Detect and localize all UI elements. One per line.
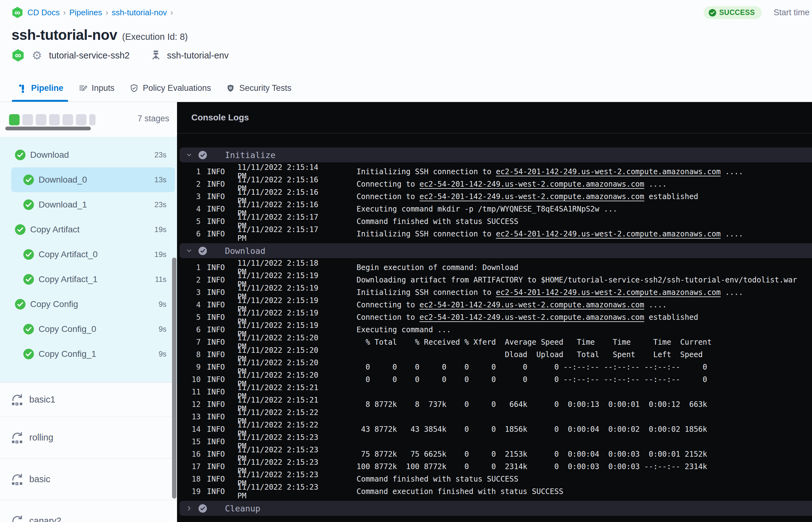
vertical-scrollbar[interactable] [172, 258, 177, 499]
stage-label: Copy Config_1 [39, 349, 96, 359]
sidebar-item-basic1[interactable]: basic1 [0, 383, 177, 417]
section-title: Cleanup [225, 504, 260, 513]
check-circle-icon [23, 249, 34, 260]
stage-row-copy-artifact_0[interactable]: Copy Artifact_019s [11, 242, 175, 267]
log-link[interactable]: ec2-54-201-142-249.us-west-2.compute.ama… [496, 167, 720, 176]
log-line-number: 18 [185, 475, 201, 483]
stage-row-download_1[interactable]: Download_123s [11, 192, 175, 217]
log-message: 43 8772k 43 3854k 0 0 1856k 0 0:00:04 0:… [357, 425, 707, 434]
shield-icon [226, 84, 235, 93]
breadcrumb-item[interactable]: ssh-tutorial-nov [112, 8, 167, 17]
log-section-header-cleanup[interactable]: Cleanup [180, 501, 812, 516]
log-link[interactable]: ec2-54-201-142-249.us-west-2.compute.ama… [419, 192, 644, 201]
stage-duration: 23s [154, 200, 166, 209]
stage-label: Copy Config [30, 299, 78, 309]
stage-duration: 13s [154, 176, 166, 184]
log-line-number: 2 [185, 276, 201, 284]
log-line: 19INFO11/11/2022 2:15:23 PMCommand execu… [177, 485, 812, 498]
stage-duration: 19s [154, 250, 166, 259]
environment-name[interactable]: ssh-tutorial-env [167, 51, 229, 61]
stage-progress-minimap: 7 stages [0, 102, 177, 137]
other-stages-list: basic1rollingbasiccanary2 [0, 382, 177, 522]
stage-row-copy-config[interactable]: Copy Config9s [11, 292, 175, 317]
stage-duration: 19s [154, 225, 166, 234]
tab-security-tests[interactable]: Security Tests [226, 75, 291, 102]
progress-square [49, 114, 60, 125]
log-line-number: 3 [185, 288, 201, 297]
stage-duration: 23s [154, 150, 166, 159]
log-level: INFO [207, 388, 226, 396]
log-link[interactable]: ec2-54-201-142-249.us-west-2.compute.ama… [419, 313, 644, 322]
log-link[interactable]: ec2-54-201-142-249.us-west-2.compute.ama… [496, 288, 720, 297]
stage-label: canary2 [29, 516, 61, 522]
chevron-down-icon[interactable] [186, 248, 192, 254]
breadcrumb: ∞ CD Docs›Pipelines›ssh-tutorial-nov› [12, 7, 173, 18]
log-line: 6INFO11/11/2022 2:15:17 PMInitializing S… [177, 228, 812, 240]
sidebar-item-canary2[interactable]: canary2 [0, 500, 177, 522]
chevron-down-icon[interactable] [186, 152, 192, 158]
log-message: Dload Upload Total Spent Left Speed [357, 350, 703, 359]
log-level: INFO [207, 167, 226, 176]
log-level: INFO [207, 276, 226, 284]
breadcrumb-item[interactable]: CD Docs [27, 8, 60, 17]
progress-square [63, 114, 73, 125]
log-link[interactable]: ec2-54-201-142-249.us-west-2.compute.ama… [419, 180, 644, 188]
log-line-number: 5 [185, 313, 201, 322]
log-level: INFO [207, 180, 226, 188]
tab-policy-evaluations[interactable]: Policy Evaluations [129, 75, 211, 102]
log-link[interactable]: ec2-54-201-142-249.us-west-2.compute.ama… [419, 301, 644, 309]
log-section-header-initialize[interactable]: Initialize [180, 147, 812, 162]
breadcrumb-separator: › [105, 8, 108, 17]
log-line-number: 6 [185, 325, 201, 334]
stage-row-copy-artifact[interactable]: Copy Artifact19s [11, 217, 175, 242]
log-message: 100 8772k 100 8772k 0 0 2314k 0 0:00:03 … [357, 462, 707, 471]
rolling-deploy-icon [10, 431, 24, 444]
harness-cd-icon: ∞ [12, 49, 24, 62]
console-panel: Console Logs Initialize1INFO11/11/2022 2… [177, 102, 812, 522]
sidebar-item-basic[interactable]: basic [0, 459, 177, 500]
rolling-deploy-icon [10, 514, 24, 522]
section-status-check-icon [199, 504, 207, 513]
log-level: INFO [207, 350, 226, 359]
log-message: Command finished with status SUCCESS [357, 217, 518, 226]
log-level: INFO [207, 363, 226, 372]
log-link[interactable]: ec2-54-201-142-249.us-west-2.compute.ama… [496, 229, 720, 238]
chevron-right-icon[interactable] [186, 505, 192, 511]
section-title: Download [225, 246, 265, 256]
sidebar-item-rolling[interactable]: rolling [0, 417, 177, 459]
console-title: Console Logs [191, 113, 249, 123]
check-circle-icon [23, 199, 34, 210]
breadcrumb-item[interactable]: Pipelines [69, 8, 102, 17]
log-level: INFO [207, 462, 226, 471]
breadcrumb-separator: › [63, 8, 66, 17]
log-level: INFO [207, 313, 226, 322]
stage-row-download[interactable]: Download23s [11, 142, 175, 167]
log-line-number: 8 [185, 350, 201, 359]
horizontal-scrollbar[interactable] [5, 127, 91, 130]
gear-icon: ⚙ [32, 50, 42, 61]
tab-pipeline[interactable]: Pipeline [18, 75, 63, 102]
stage-row-copy-config_1[interactable]: Copy Config_19s [11, 342, 175, 366]
stage-label: Copy Artifact [30, 225, 80, 235]
log-level: INFO [207, 229, 226, 238]
stage-row-download_0[interactable]: Download_013s [11, 167, 175, 192]
tab-inputs[interactable]: Inputs [78, 75, 115, 102]
stage-row-copy-artifact_1[interactable]: Copy Artifact_111s [11, 267, 175, 292]
log-message: % Total % Received % Xferd Average Speed… [357, 338, 712, 346]
log-message: Command finished with status SUCCESS [357, 475, 518, 483]
stage-duration: 11s [155, 275, 166, 284]
log-message: 75 8772k 75 6625k 0 0 2153k 0 0:00:04 0:… [357, 450, 707, 459]
inputs-icon [78, 84, 88, 93]
log-line-number: 16 [185, 450, 201, 459]
service-name[interactable]: tutorial-service-ssh2 [49, 51, 129, 61]
check-circle-icon [23, 175, 34, 185]
section-status-check-icon [199, 247, 207, 255]
log-message: Begin execution of command: Download [357, 263, 518, 272]
start-time-label: Start time [773, 8, 810, 17]
log-level: INFO [207, 437, 226, 446]
log-line-number: 12 [185, 400, 201, 409]
log-level: INFO [207, 475, 226, 483]
stage-row-copy-config_0[interactable]: Copy Config_09s [11, 317, 175, 342]
stage-duration: 9s [159, 350, 166, 358]
log-section-header-download[interactable]: Download [180, 243, 812, 258]
